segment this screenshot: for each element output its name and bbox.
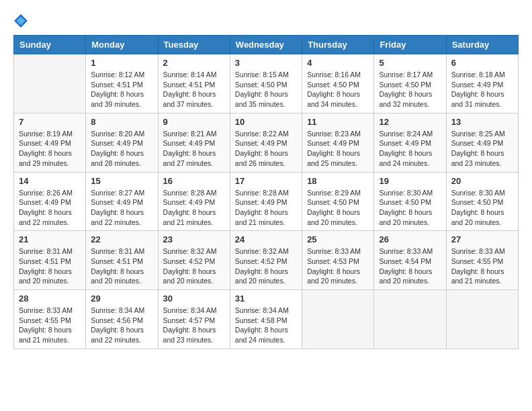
day-info: Sunrise: 8:25 AMSunset: 4:49 PMDaylight:… bbox=[451, 129, 513, 169]
sunrise-text: Sunrise: 8:19 AM bbox=[19, 130, 73, 138]
daylight-text: Daylight: 8 hours and 21 minutes. bbox=[235, 208, 288, 226]
day-number: 17 bbox=[235, 176, 297, 186]
sunrise-text: Sunrise: 8:24 AM bbox=[379, 130, 433, 138]
daylight-text: Daylight: 8 hours and 20 minutes. bbox=[379, 208, 432, 226]
day-number: 31 bbox=[235, 293, 297, 304]
day-number: 27 bbox=[451, 234, 513, 244]
sunrise-text: Sunrise: 8:28 AM bbox=[163, 189, 217, 197]
day-info: Sunrise: 8:31 AMSunset: 4:51 PMDaylight:… bbox=[91, 246, 152, 286]
sunset-text: Sunset: 4:50 PM bbox=[379, 81, 431, 89]
day-info: Sunrise: 8:30 AMSunset: 4:50 PMDaylight:… bbox=[451, 188, 513, 228]
day-info: Sunrise: 8:14 AMSunset: 4:51 PMDaylight:… bbox=[163, 70, 225, 109]
sunset-text: Sunset: 4:49 PM bbox=[451, 139, 504, 147]
day-number: 20 bbox=[451, 176, 513, 186]
sunset-text: Sunset: 4:49 PM bbox=[91, 139, 143, 147]
daylight-text: Daylight: 8 hours and 22 minutes. bbox=[91, 326, 144, 344]
day-info: Sunrise: 8:32 AMSunset: 4:52 PMDaylight:… bbox=[235, 246, 297, 286]
calendar-cell: 19Sunrise: 8:30 AMSunset: 4:50 PMDayligh… bbox=[374, 172, 446, 231]
day-number: 29 bbox=[91, 293, 152, 304]
calendar-table: SundayMondayTuesdayWednesdayThursdayFrid… bbox=[13, 35, 519, 349]
sunrise-text: Sunrise: 8:15 AM bbox=[235, 71, 289, 79]
daylight-text: Daylight: 8 hours and 31 minutes. bbox=[451, 90, 504, 108]
calendar-header-row: SundayMondayTuesdayWednesdayThursdayFrid… bbox=[14, 36, 519, 54]
day-number: 12 bbox=[379, 117, 441, 127]
sunset-text: Sunset: 4:54 PM bbox=[379, 257, 431, 265]
sunset-text: Sunset: 4:55 PM bbox=[451, 257, 504, 265]
day-number: 14 bbox=[19, 176, 81, 186]
calendar-header-tuesday: Tuesday bbox=[158, 36, 230, 54]
daylight-text: Daylight: 8 hours and 20 minutes. bbox=[307, 208, 360, 226]
page-header bbox=[13, 13, 519, 28]
sunset-text: Sunset: 4:49 PM bbox=[307, 139, 359, 147]
sunrise-text: Sunrise: 8:14 AM bbox=[163, 71, 217, 79]
daylight-text: Daylight: 8 hours and 20 minutes. bbox=[451, 208, 504, 226]
sunrise-text: Sunrise: 8:26 AM bbox=[19, 189, 73, 197]
day-number: 9 bbox=[163, 117, 225, 127]
sunrise-text: Sunrise: 8:22 AM bbox=[235, 130, 289, 138]
day-number: 8 bbox=[91, 117, 152, 127]
calendar-cell: 10Sunrise: 8:22 AMSunset: 4:49 PMDayligh… bbox=[230, 113, 302, 172]
day-number: 22 bbox=[91, 234, 152, 244]
calendar-header-friday: Friday bbox=[374, 36, 446, 54]
day-info: Sunrise: 8:24 AMSunset: 4:49 PMDaylight:… bbox=[379, 129, 441, 169]
calendar-cell: 14Sunrise: 8:26 AMSunset: 4:49 PMDayligh… bbox=[14, 172, 86, 231]
daylight-text: Daylight: 8 hours and 21 minutes. bbox=[163, 208, 216, 226]
daylight-text: Daylight: 8 hours and 20 minutes. bbox=[163, 267, 216, 285]
sunset-text: Sunset: 4:50 PM bbox=[307, 198, 359, 206]
day-number: 26 bbox=[379, 234, 441, 244]
sunrise-text: Sunrise: 8:30 AM bbox=[379, 189, 433, 197]
sunset-text: Sunset: 4:52 PM bbox=[235, 257, 287, 265]
calendar-cell: 21Sunrise: 8:31 AMSunset: 4:51 PMDayligh… bbox=[14, 231, 86, 290]
day-number: 1 bbox=[91, 58, 152, 68]
sunset-text: Sunset: 4:49 PM bbox=[163, 198, 216, 206]
sunset-text: Sunset: 4:50 PM bbox=[379, 198, 431, 206]
sunset-text: Sunset: 4:49 PM bbox=[91, 198, 143, 206]
day-number: 2 bbox=[163, 58, 225, 68]
sunrise-text: Sunrise: 8:34 AM bbox=[163, 306, 217, 314]
calendar-row: 21Sunrise: 8:31 AMSunset: 4:51 PMDayligh… bbox=[14, 231, 519, 290]
calendar-header-wednesday: Wednesday bbox=[230, 36, 302, 54]
sunset-text: Sunset: 4:49 PM bbox=[235, 198, 287, 206]
sunset-text: Sunset: 4:52 PM bbox=[163, 257, 216, 265]
sunset-text: Sunset: 4:51 PM bbox=[163, 81, 216, 89]
sunrise-text: Sunrise: 8:32 AM bbox=[235, 247, 289, 255]
calendar-cell: 28Sunrise: 8:33 AMSunset: 4:55 PMDayligh… bbox=[14, 290, 86, 349]
daylight-text: Daylight: 8 hours and 22 minutes. bbox=[19, 208, 72, 226]
daylight-text: Daylight: 8 hours and 21 minutes. bbox=[451, 267, 504, 285]
day-number: 19 bbox=[379, 176, 441, 186]
sunrise-text: Sunrise: 8:33 AM bbox=[19, 306, 73, 314]
day-info: Sunrise: 8:26 AMSunset: 4:49 PMDaylight:… bbox=[19, 188, 81, 228]
sunrise-text: Sunrise: 8:16 AM bbox=[307, 71, 361, 79]
day-info: Sunrise: 8:18 AMSunset: 4:49 PMDaylight:… bbox=[451, 70, 513, 109]
sunset-text: Sunset: 4:56 PM bbox=[91, 316, 143, 324]
calendar-cell: 13Sunrise: 8:25 AMSunset: 4:49 PMDayligh… bbox=[446, 113, 518, 172]
logo-icon bbox=[13, 13, 28, 28]
day-number: 5 bbox=[379, 58, 441, 68]
day-number: 10 bbox=[235, 117, 297, 127]
calendar-cell bbox=[374, 290, 446, 349]
calendar-cell: 3Sunrise: 8:15 AMSunset: 4:50 PMDaylight… bbox=[230, 54, 302, 113]
sunset-text: Sunset: 4:51 PM bbox=[19, 257, 71, 265]
day-info: Sunrise: 8:28 AMSunset: 4:49 PMDaylight:… bbox=[235, 188, 297, 228]
sunrise-text: Sunrise: 8:20 AM bbox=[91, 130, 144, 138]
day-number: 28 bbox=[19, 293, 81, 304]
calendar-row: 1Sunrise: 8:12 AMSunset: 4:51 PMDaylight… bbox=[14, 54, 519, 113]
calendar-cell: 17Sunrise: 8:28 AMSunset: 4:49 PMDayligh… bbox=[230, 172, 302, 231]
calendar-header-sunday: Sunday bbox=[14, 36, 86, 54]
sunrise-text: Sunrise: 8:23 AM bbox=[307, 130, 361, 138]
daylight-text: Daylight: 8 hours and 20 minutes. bbox=[91, 267, 144, 285]
day-number: 3 bbox=[235, 58, 297, 68]
sunrise-text: Sunrise: 8:33 AM bbox=[307, 247, 361, 255]
day-info: Sunrise: 8:31 AMSunset: 4:51 PMDaylight:… bbox=[19, 246, 81, 286]
day-info: Sunrise: 8:17 AMSunset: 4:50 PMDaylight:… bbox=[379, 70, 441, 109]
calendar-header-monday: Monday bbox=[86, 36, 158, 54]
day-info: Sunrise: 8:34 AMSunset: 4:58 PMDaylight:… bbox=[235, 306, 297, 345]
calendar-cell: 30Sunrise: 8:34 AMSunset: 4:57 PMDayligh… bbox=[158, 290, 230, 349]
day-info: Sunrise: 8:33 AMSunset: 4:55 PMDaylight:… bbox=[19, 306, 81, 345]
daylight-text: Daylight: 8 hours and 29 minutes. bbox=[19, 149, 72, 167]
day-info: Sunrise: 8:33 AMSunset: 4:53 PMDaylight:… bbox=[307, 246, 369, 286]
daylight-text: Daylight: 8 hours and 32 minutes. bbox=[379, 90, 432, 108]
calendar-cell: 31Sunrise: 8:34 AMSunset: 4:58 PMDayligh… bbox=[230, 290, 302, 349]
day-number: 16 bbox=[163, 176, 225, 186]
day-info: Sunrise: 8:34 AMSunset: 4:56 PMDaylight:… bbox=[91, 306, 152, 345]
